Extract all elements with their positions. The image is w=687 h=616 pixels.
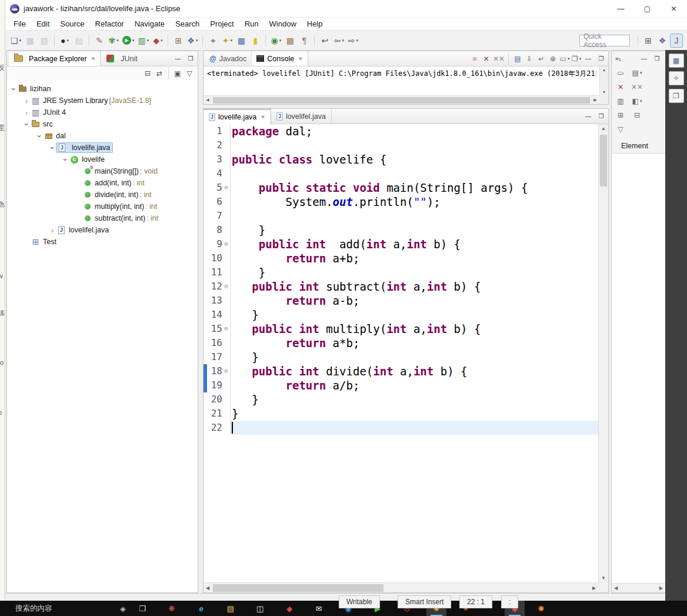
remove-launch-button[interactable]: ✕ xyxy=(481,53,492,65)
code-line-7[interactable]: 7 xyxy=(204,209,598,223)
code-line-6[interactable]: 6 System.out.println(""); xyxy=(204,195,598,209)
line-number[interactable]: 4 xyxy=(207,167,222,181)
line-number[interactable]: 6 xyxy=(207,195,222,209)
tab-javadoc[interactable]: @ Javadoc xyxy=(205,51,251,66)
scroll-left-icon[interactable]: ◀ xyxy=(204,585,212,591)
app-red-diamond[interactable]: ◆ xyxy=(279,601,299,616)
scrollbar-thumb[interactable] xyxy=(600,135,607,187)
save-all-button[interactable]: ▥ xyxy=(38,34,51,48)
tree-item-jre-system-library[interactable]: ›▥JRE System Library [JavaSE-1.8] xyxy=(7,95,198,106)
tree-item-lizihan[interactable]: ›lizihan xyxy=(7,83,198,95)
collapse-all-button[interactable]: ⊟ xyxy=(142,68,153,79)
scroll-right-icon[interactable]: ▶ xyxy=(659,585,663,591)
code-text[interactable]: return a-b; xyxy=(231,294,598,308)
remove-all-button[interactable]: ✕✕ xyxy=(630,81,644,94)
link-with-editor-button[interactable]: ⇄ xyxy=(154,68,165,79)
menu-file[interactable]: File xyxy=(8,18,31,30)
line-number[interactable]: 18 xyxy=(207,364,222,378)
code-text[interactable]: } xyxy=(231,265,598,279)
minimize-view-button[interactable]: — xyxy=(582,53,594,65)
word-wrap-button[interactable]: ↵ xyxy=(536,53,546,65)
line-number[interactable]: 13 xyxy=(207,294,222,308)
minimized-view-restore-button[interactable]: ❐ xyxy=(669,89,684,103)
window-minimize-button[interactable]: — xyxy=(608,0,634,18)
view-menu-button[interactable]: ▽ xyxy=(613,123,628,136)
open-console-button[interactable]: ❐▾ xyxy=(571,53,582,65)
code-text[interactable]: return a+b; xyxy=(231,251,598,265)
code-line-9[interactable]: 9⊖ public int add(int a,int b) { xyxy=(204,237,598,251)
line-number[interactable]: 21 xyxy=(207,407,222,421)
line-number[interactable]: 19 xyxy=(207,378,222,392)
file-explorer[interactable]: ▤ xyxy=(221,601,241,616)
code-area[interactable]: 1package dal;23public class lovelife {45… xyxy=(204,124,598,582)
window-maximize-button[interactable]: ▢ xyxy=(634,0,661,18)
tree-item-src[interactable]: ›src xyxy=(7,118,198,130)
code-text[interactable]: return a*b; xyxy=(231,336,598,350)
code-line-12[interactable]: 12⊖ public int subtract(int a,int b) { xyxy=(204,279,598,294)
last-edit-location-button[interactable]: ↩ xyxy=(318,34,331,48)
code-text[interactable]: package dal; xyxy=(231,124,598,138)
tree-item-subtract-int-int[interactable]: subtract(int, int) : int xyxy=(7,212,198,224)
line-number[interactable]: 15 xyxy=(207,322,222,336)
code-text[interactable]: } xyxy=(231,392,598,407)
open-perspective-button[interactable]: ⊞ xyxy=(642,34,655,48)
menu-run[interactable]: Run xyxy=(239,18,264,30)
code-line-18[interactable]: 18⊖ public int divide(int a,int b) { xyxy=(204,364,598,378)
line-number[interactable]: 12 xyxy=(207,279,222,294)
code-text[interactable]: public int divide(int a,int b) { xyxy=(231,364,598,378)
show-whitespace-button[interactable]: ¶ xyxy=(298,34,311,48)
tab-package-explorer[interactable]: Package Explorer ✕ xyxy=(8,51,101,66)
menu-navigate[interactable]: Navigate xyxy=(129,18,170,30)
search-button[interactable]: ✦▾ xyxy=(221,34,234,48)
menu-search[interactable]: Search xyxy=(170,18,205,30)
line-number[interactable]: 22 xyxy=(207,421,222,435)
code-line-20[interactable]: 20 } xyxy=(204,392,598,407)
menu-edit[interactable]: Edit xyxy=(31,18,55,30)
save-button[interactable]: ▦ xyxy=(24,34,36,48)
tree-item-junit-4[interactable]: ›▥JUnit 4 xyxy=(7,106,198,118)
code-text[interactable]: } xyxy=(231,350,598,364)
back-button[interactable]: ⇦▾ xyxy=(332,34,345,48)
console-horizontal-scrollbar[interactable]: ◀ ▶ xyxy=(204,95,599,104)
code-text[interactable]: public class lovelife { xyxy=(231,152,598,167)
mark-occurrences-button[interactable]: ▮ xyxy=(249,34,262,48)
tree-item-add-int-int[interactable]: add(int, int) : int xyxy=(7,177,198,189)
minimize-view-button[interactable]: — xyxy=(582,111,594,122)
line-number[interactable]: 5 xyxy=(207,181,222,195)
history-button[interactable]: ▤▾ xyxy=(630,66,644,79)
side-view-horizontal-scrollbar[interactable]: ◀ ▶ xyxy=(612,583,665,592)
taskbar-search-text[interactable]: 搜索的内容 xyxy=(15,601,52,616)
collapse-all-button[interactable]: ⊟ xyxy=(630,109,644,122)
code-text[interactable]: } xyxy=(231,223,598,237)
edge-browser[interactable]: e xyxy=(191,601,211,616)
code-text[interactable]: System.out.println(""); xyxy=(231,195,598,209)
code-line-16[interactable]: 16 return a*b; xyxy=(204,336,598,350)
editor-horizontal-scrollbar[interactable]: ◀ ▶ xyxy=(204,582,598,592)
code-text[interactable] xyxy=(231,421,598,435)
editor-tab-lovelife-java[interactable]: Jlovelife.java✕ xyxy=(204,109,271,124)
interactive-record-button[interactable]: ●▾ xyxy=(58,34,71,48)
remove-button[interactable]: ✕ xyxy=(613,81,628,94)
fold-marker-icon[interactable]: ⊖ xyxy=(222,237,231,251)
mail-app[interactable]: ✉ xyxy=(309,601,329,616)
tree-chevron-icon[interactable]: › xyxy=(22,109,31,116)
tree-item-main-string[interactable]: Smain(String[]) : void xyxy=(7,165,198,177)
code-line-10[interactable]: 10 return a+b; xyxy=(204,251,598,265)
line-number[interactable]: 17 xyxy=(207,350,222,364)
scroll-left-icon[interactable]: ◀ xyxy=(204,98,212,102)
window-close-button[interactable]: ✕ xyxy=(661,0,687,18)
expand-all-button[interactable]: ⊞ xyxy=(613,109,628,122)
close-icon[interactable]: ✕ xyxy=(261,114,265,120)
tree-chevron-icon[interactable]: › xyxy=(48,227,56,234)
javaee-perspective-button[interactable]: ❖ xyxy=(656,34,669,48)
focus-view-button[interactable]: ▣ xyxy=(172,68,183,79)
new-class-button[interactable]: ◉▾ xyxy=(269,34,282,48)
code-line-2[interactable]: 2 xyxy=(204,138,598,152)
line-number[interactable]: 11 xyxy=(207,265,222,279)
code-line-8[interactable]: 8 } xyxy=(204,223,598,237)
microsoft-store[interactable]: ◫ xyxy=(250,601,270,616)
line-number[interactable]: 10 xyxy=(207,251,222,265)
code-line-11[interactable]: 11 } xyxy=(204,265,598,279)
line-number[interactable]: 9 xyxy=(207,237,222,251)
fold-marker-icon[interactable]: ⊖ xyxy=(222,279,231,294)
